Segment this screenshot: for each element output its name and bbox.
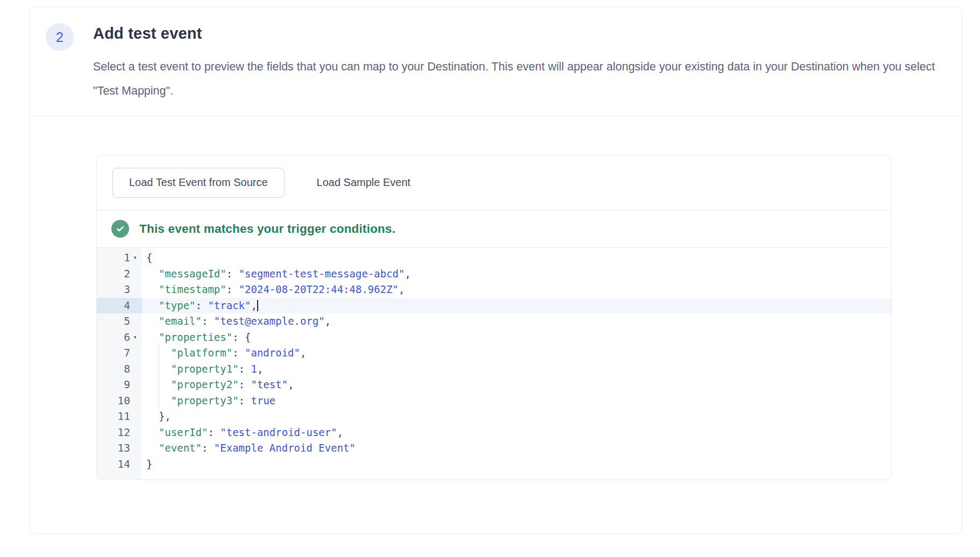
gutter-row: 6▾ (97, 330, 142, 346)
code-line[interactable]: { (146, 250, 891, 266)
code-line[interactable]: "platform": "android", (146, 345, 891, 361)
step-header-content: Add test event Select a test event to pr… (93, 7, 962, 103)
gutter-row: 5 (97, 313, 142, 330)
event-toolbar: Load Test Event from Source Load Sample … (97, 155, 891, 210)
code-line[interactable]: "email": "test@example.org", (146, 313, 891, 330)
step-header: 2 Add test event Select a test event to … (30, 7, 962, 116)
gutter-row: 14 (97, 456, 142, 473)
line-number: 9 (124, 379, 130, 391)
line-number: 5 (124, 315, 130, 327)
gutter-row: 9 (97, 377, 142, 393)
line-number: 14 (118, 458, 130, 470)
step-number-badge: 2 (46, 23, 74, 51)
page-title: Add test event (93, 25, 962, 42)
gutter-row: 1▾ (97, 250, 142, 266)
json-code-editor[interactable]: 1▾23456▾7891011121314 { "messageId": "se… (97, 248, 891, 480)
status-message: This event matches your trigger conditio… (139, 222, 395, 236)
step-card: 2 Add test event Select a test event to … (30, 6, 962, 534)
line-number: 7 (124, 347, 130, 359)
code-line[interactable]: "type": "track", (142, 298, 891, 314)
gutter-row: 8 (97, 361, 142, 377)
code-line[interactable]: "userId": "test-android-user", (146, 425, 891, 441)
line-number: 8 (124, 363, 130, 375)
load-sample-event-button[interactable]: Load Sample Event (317, 176, 411, 189)
line-number: 6 (124, 331, 130, 344)
editor-gutter: 1▾23456▾7891011121314 (97, 248, 142, 480)
gutter-row: 2 (97, 266, 142, 282)
code-line[interactable]: "messageId": "segment-test-message-abcd"… (146, 266, 891, 282)
gutter-row: 4 (97, 298, 142, 314)
code-line[interactable]: } (146, 456, 891, 473)
fold-caret-icon[interactable]: ▾ (130, 330, 140, 346)
page-description: Select a test event to preview the field… (93, 55, 948, 103)
gutter-row: 11 (97, 409, 142, 425)
code-line[interactable]: "event": "Example Android Event" (146, 440, 891, 456)
fold-caret-icon[interactable]: ▾ (130, 250, 140, 266)
code-line[interactable]: "property1": 1, (146, 361, 891, 377)
load-test-event-button[interactable]: Load Test Event from Source (112, 168, 285, 198)
line-number: 1 (124, 252, 130, 264)
code-line[interactable]: "property3": true (146, 393, 891, 409)
code-line[interactable]: "property2": "test", (146, 377, 891, 393)
trigger-status-row: This event matches your trigger conditio… (97, 210, 891, 248)
code-line[interactable]: }, (146, 409, 891, 425)
code-line[interactable]: "properties": { (146, 330, 891, 346)
editor-code-area[interactable]: { "messageId": "segment-test-message-abc… (142, 248, 891, 480)
line-number: 10 (118, 395, 130, 407)
gutter-row: 7 (97, 345, 142, 361)
line-number: 2 (124, 268, 130, 280)
text-cursor (257, 300, 258, 311)
gutter-row: 13 (97, 440, 142, 456)
check-circle-icon (111, 220, 129, 238)
gutter-row: 12 (97, 425, 142, 441)
line-number: 3 (124, 283, 130, 296)
gutter-row: 3 (97, 282, 142, 298)
step-number: 2 (56, 30, 63, 45)
line-number: 4 (124, 299, 130, 312)
line-number: 12 (118, 426, 130, 439)
code-line[interactable]: "timestamp": "2024-08-20T22:44:48.962Z", (146, 282, 891, 298)
line-number: 11 (118, 410, 130, 423)
test-event-panel: Load Test Event from Source Load Sample … (96, 155, 892, 480)
gutter-row: 10 (97, 393, 142, 409)
line-number: 13 (118, 442, 130, 454)
